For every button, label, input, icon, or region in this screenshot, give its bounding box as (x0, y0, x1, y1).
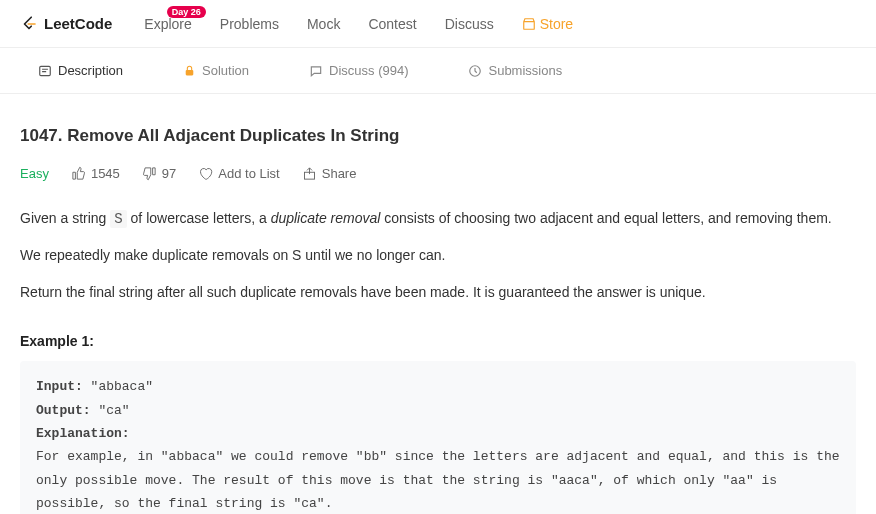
nav-discuss[interactable]: Discuss (435, 16, 504, 32)
tab-discuss[interactable]: Discuss (994) (279, 48, 438, 93)
lock-icon (183, 64, 196, 77)
logo-icon (20, 14, 38, 34)
like-button[interactable]: 1545 (71, 166, 120, 181)
nav-store[interactable]: Store (512, 16, 583, 32)
tab-description[interactable]: Description (8, 48, 153, 93)
inline-code: S (110, 210, 126, 228)
problem-tabs: Description Solution Discuss (994) Submi… (0, 48, 876, 94)
svg-rect-0 (523, 21, 534, 29)
difficulty-label: Easy (20, 166, 49, 181)
problem-content: 1047. Remove All Adjacent Duplicates In … (0, 94, 876, 514)
nav-mock[interactable]: Mock (297, 16, 350, 32)
nav-contest[interactable]: Contest (358, 16, 426, 32)
example-heading: Example 1: (20, 333, 856, 349)
share-icon (302, 166, 317, 181)
problem-meta: Easy 1545 97 Add to List Share (20, 166, 856, 181)
day-badge: Day 26 (167, 6, 206, 18)
discuss-icon (309, 64, 323, 78)
example-box: Input: "abbaca" Output: "ca" Explanation… (20, 361, 856, 514)
svg-rect-2 (186, 70, 194, 75)
store-icon (522, 17, 536, 31)
dislike-button[interactable]: 97 (142, 166, 176, 181)
top-nav: LeetCode Explore Day 26 Problems Mock Co… (0, 0, 876, 48)
tab-solution[interactable]: Solution (153, 48, 279, 93)
submissions-icon (468, 64, 482, 78)
description-icon (38, 64, 52, 78)
thumbs-down-icon (142, 166, 157, 181)
problem-description: Given a string S of lowercase letters, a… (20, 207, 856, 303)
thumbs-up-icon (71, 166, 86, 181)
tab-submissions[interactable]: Submissions (438, 48, 592, 93)
share-button[interactable]: Share (302, 166, 357, 181)
add-to-list-button[interactable]: Add to List (198, 166, 279, 181)
desc-paragraph: Given a string S of lowercase letters, a… (20, 207, 856, 230)
logo-text: LeetCode (44, 15, 112, 32)
desc-paragraph: We repeatedly make duplicate removals on… (20, 244, 856, 266)
nav-explore[interactable]: Explore Day 26 (134, 16, 201, 32)
logo[interactable]: LeetCode (20, 14, 112, 34)
desc-paragraph: Return the final string after all such d… (20, 281, 856, 303)
heart-icon (198, 166, 213, 181)
problem-title: 1047. Remove All Adjacent Duplicates In … (20, 126, 856, 146)
nav-problems[interactable]: Problems (210, 16, 289, 32)
